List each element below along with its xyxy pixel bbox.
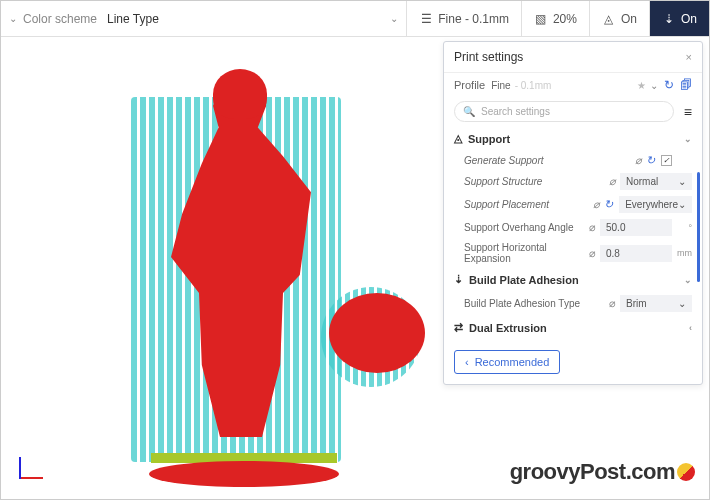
profile-label: Profile <box>454 79 485 91</box>
link-icon[interactable]: ⌀ <box>635 154 642 167</box>
support-label: On <box>621 12 637 26</box>
search-placeholder: Search settings <box>481 106 550 117</box>
horizontal-expansion-input[interactable]: 0.8 <box>600 245 672 262</box>
reset-icon[interactable]: ↻ <box>664 78 674 92</box>
section-dual-extrusion[interactable]: ⇄ Dual Extrusion ‹ <box>444 315 702 340</box>
link-icon[interactable]: ⌀ <box>609 297 616 310</box>
chevron-down-icon: ⌄ <box>678 176 686 187</box>
support-toggle[interactable]: ◬ On <box>589 1 649 36</box>
chevron-down-icon: ⌄ <box>678 298 686 309</box>
panel-title: Print settings <box>454 50 523 64</box>
print-settings-panel: Print settings × Profile Fine - 0.1mm ★ … <box>443 41 703 385</box>
chevron-down-icon: ⌄ <box>650 80 658 91</box>
recommended-button[interactable]: ‹ Recommended <box>454 350 560 374</box>
infill-icon: ▧ <box>534 12 548 26</box>
reset-icon[interactable]: ↻ <box>646 154 655 167</box>
color-scheme-label: Color scheme <box>23 12 97 26</box>
color-scheme-selector[interactable]: ⌄ Color scheme Line Type ⌄ <box>1 12 406 26</box>
color-scheme-value: Line Type <box>103 12 163 26</box>
sliders-icon: ☰ <box>419 12 433 26</box>
setting-overhang-angle: Support Overhang Angle ⌀ 50.0 ° <box>444 216 702 239</box>
chevron-left-icon: ‹ <box>689 323 692 333</box>
overhang-angle-input[interactable]: 50.0 <box>600 219 672 236</box>
link-icon[interactable]: ⌀ <box>589 247 596 260</box>
link-icon[interactable]: ⌀ <box>609 175 616 188</box>
chevron-down-icon: ⌄ <box>9 13 17 24</box>
search-input[interactable]: 🔍 Search settings <box>454 101 674 122</box>
dual-extrusion-icon: ⇄ <box>454 321 463 334</box>
search-icon: 🔍 <box>463 106 475 117</box>
setting-support-structure: Support Structure ⌀ Normal⌄ <box>444 170 702 193</box>
setting-generate-support: Generate Support ⌀ ↻ ✓ <box>444 151 702 170</box>
save-icon[interactable]: 🗐 <box>680 78 692 92</box>
profile-selector[interactable]: Fine - 0.1mm ★ ⌄ <box>491 80 658 91</box>
watermark: groovyPost.com <box>510 459 695 485</box>
adhesion-type-select[interactable]: Brim⌄ <box>620 295 692 312</box>
setting-horizontal-expansion: Support Horizontal Expansion ⌀ 0.8 mm <box>444 239 702 267</box>
chevron-down-icon: ⌄ <box>684 134 692 144</box>
infill-label: 20% <box>553 12 577 26</box>
support-icon: ◬ <box>602 12 616 26</box>
quality-selector[interactable]: ☰ Fine - 0.1mm <box>406 1 521 36</box>
setting-adhesion-type: Build Plate Adhesion Type ⌀ Brim⌄ <box>444 292 702 315</box>
top-toolbar: ⌄ Color scheme Line Type ⌄ ☰ Fine - 0.1m… <box>1 1 709 37</box>
model-preview <box>91 47 411 487</box>
adhesion-icon: ⇣ <box>454 273 463 286</box>
adhesion-icon: ⇣ <box>662 12 676 26</box>
chevron-left-icon: ‹ <box>465 356 469 368</box>
section-adhesion[interactable]: ⇣ Build Plate Adhesion ⌄ <box>444 267 702 292</box>
adhesion-toggle[interactable]: ⇣ On <box>649 1 709 36</box>
support-structure-select[interactable]: Normal⌄ <box>620 173 692 190</box>
profile-row: Profile Fine - 0.1mm ★ ⌄ ↻ 🗐 <box>444 73 702 97</box>
link-icon[interactable]: ⌀ <box>589 221 596 234</box>
setting-support-placement: Support Placement ⌀ ↻ Everywhere⌄ <box>444 193 702 216</box>
generate-support-checkbox[interactable]: ✓ <box>661 155 672 166</box>
quality-label: Fine - 0.1mm <box>438 12 509 26</box>
chevron-down-icon: ⌄ <box>390 13 398 24</box>
adhesion-label: On <box>681 12 697 26</box>
scrollbar[interactable] <box>697 172 700 282</box>
close-icon[interactable]: × <box>686 51 692 63</box>
reset-icon[interactable]: ↻ <box>604 198 613 211</box>
support-placement-select[interactable]: Everywhere⌄ <box>619 196 692 213</box>
infill-selector[interactable]: ▧ 20% <box>521 1 589 36</box>
support-icon: ◬ <box>454 132 462 145</box>
hamburger-icon[interactable]: ≡ <box>684 104 692 120</box>
chevron-down-icon: ⌄ <box>684 275 692 285</box>
link-icon[interactable]: ⌀ <box>593 198 600 211</box>
section-support[interactable]: ◬ Support ⌄ <box>444 126 702 151</box>
star-icon: ★ <box>637 80 646 91</box>
chevron-down-icon: ⌄ <box>678 199 686 210</box>
